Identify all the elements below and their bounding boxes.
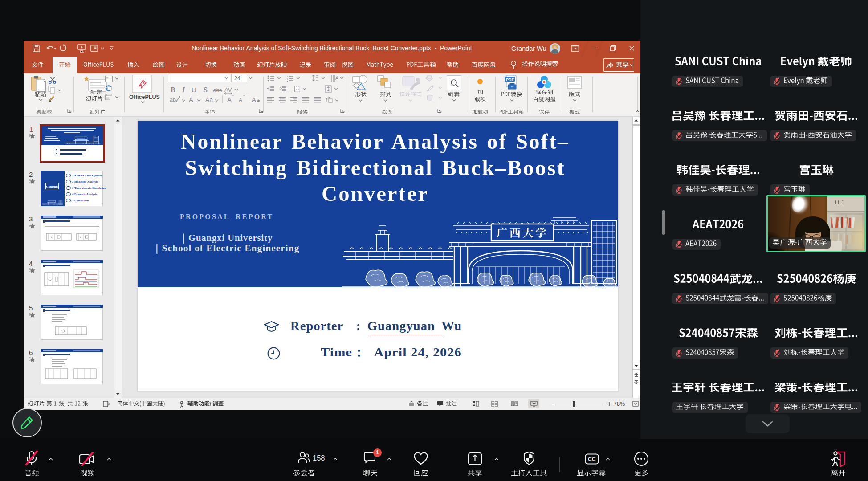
svg-text:CC: CC	[588, 456, 596, 462]
svg-text:PDF: PDF	[506, 77, 514, 82]
svg-text:A: A	[335, 75, 338, 81]
